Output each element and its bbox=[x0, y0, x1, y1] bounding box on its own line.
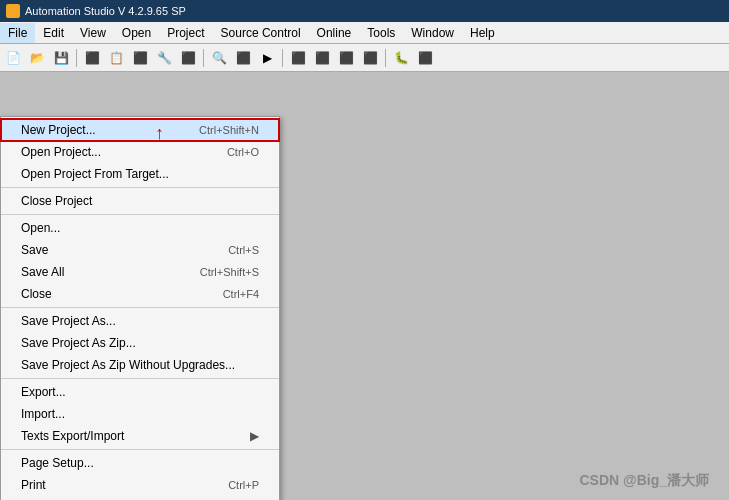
menu-item-save-shortcut: Ctrl+S bbox=[228, 244, 259, 256]
toolbar-btn-15[interactable]: ⬛ bbox=[414, 47, 436, 69]
menu-item-save[interactable]: Save Ctrl+S bbox=[1, 239, 279, 261]
menu-window[interactable]: Window bbox=[403, 23, 462, 43]
toolbar-btn-4[interactable]: ⬛ bbox=[129, 47, 151, 69]
red-arrow-indicator: ↑ bbox=[155, 123, 164, 144]
watermark: CSDN @Big_潘大师 bbox=[579, 472, 709, 490]
menu-item-open-project[interactable]: Open Project... Ctrl+O bbox=[1, 141, 279, 163]
menu-item-close[interactable]: Close Ctrl+F4 bbox=[1, 283, 279, 305]
toolbar-btn-8[interactable]: ⬛ bbox=[232, 47, 254, 69]
sep-3 bbox=[1, 307, 279, 308]
dropdown-menu: New Project... Ctrl+Shift+N Open Project… bbox=[0, 116, 280, 500]
menu-item-print-label: Print bbox=[21, 478, 208, 492]
menu-source-control[interactable]: Source Control bbox=[213, 23, 309, 43]
menu-open[interactable]: Open bbox=[114, 23, 159, 43]
toolbar: 📄 📂 💾 ⬛ 📋 ⬛ 🔧 ⬛ 🔍 ⬛ ▶ ⬛ ⬛ ⬛ ⬛ 🐛 ⬛ bbox=[0, 44, 729, 72]
toolbar-sep-4 bbox=[385, 49, 386, 67]
menu-item-open-from-target-label: Open Project From Target... bbox=[21, 167, 239, 181]
menu-item-save-project-as[interactable]: Save Project As... bbox=[1, 310, 279, 332]
toolbar-btn-10[interactable]: ⬛ bbox=[287, 47, 309, 69]
sep-2 bbox=[1, 214, 279, 215]
menu-item-import[interactable]: Import... bbox=[1, 403, 279, 425]
menu-item-open-project-label: Open Project... bbox=[21, 145, 207, 159]
menu-item-close-label: Close bbox=[21, 287, 203, 301]
toolbar-sep-3 bbox=[282, 49, 283, 67]
menu-item-save-project-as-zip[interactable]: Save Project As Zip... bbox=[1, 332, 279, 354]
menu-item-print-project[interactable]: Print Project... bbox=[1, 496, 279, 500]
menu-item-save-label: Save bbox=[21, 243, 208, 257]
toolbar-btn-11[interactable]: ⬛ bbox=[311, 47, 333, 69]
menu-item-print-shortcut: Ctrl+P bbox=[228, 479, 259, 491]
menu-item-save-all-shortcut: Ctrl+Shift+S bbox=[200, 266, 259, 278]
menu-item-texts-export-import-label: Texts Export/Import bbox=[21, 429, 242, 443]
file-menu-dropdown: New Project... Ctrl+Shift+N Open Project… bbox=[0, 116, 280, 500]
main-content: New Project... Ctrl+Shift+N Open Project… bbox=[0, 72, 729, 500]
toolbar-sep-1 bbox=[76, 49, 77, 67]
menu-project[interactable]: Project bbox=[159, 23, 212, 43]
menu-item-close-project[interactable]: Close Project bbox=[1, 190, 279, 212]
menu-item-print[interactable]: Print Ctrl+P bbox=[1, 474, 279, 496]
toolbar-btn-5[interactable]: 🔧 bbox=[153, 47, 175, 69]
toolbar-btn-13[interactable]: ⬛ bbox=[359, 47, 381, 69]
menu-item-open-label: Open... bbox=[21, 221, 259, 235]
sep-5 bbox=[1, 449, 279, 450]
sep-4 bbox=[1, 378, 279, 379]
menu-item-open-project-shortcut: Ctrl+O bbox=[227, 146, 259, 158]
toolbar-btn-12[interactable]: ⬛ bbox=[335, 47, 357, 69]
menu-item-save-all-label: Save All bbox=[21, 265, 180, 279]
menu-item-save-project-as-label: Save Project As... bbox=[21, 314, 259, 328]
toolbar-open[interactable]: 📂 bbox=[26, 47, 48, 69]
toolbar-save[interactable]: 💾 bbox=[50, 47, 72, 69]
sep-1 bbox=[1, 187, 279, 188]
app-title: Automation Studio V 4.2.9.65 SP bbox=[25, 5, 186, 17]
toolbar-btn-9[interactable]: ▶ bbox=[256, 47, 278, 69]
menu-online[interactable]: Online bbox=[309, 23, 360, 43]
menu-item-texts-export-import[interactable]: Texts Export/Import ▶ bbox=[1, 425, 279, 447]
toolbar-btn-14[interactable]: 🐛 bbox=[390, 47, 412, 69]
menu-item-new-project-shortcut: Ctrl+Shift+N bbox=[199, 124, 259, 136]
toolbar-btn-7[interactable]: 🔍 bbox=[208, 47, 230, 69]
title-bar: Automation Studio V 4.2.9.65 SP bbox=[0, 0, 729, 22]
menu-item-save-project-as-zip-no-upgrades[interactable]: Save Project As Zip Without Upgrades... bbox=[1, 354, 279, 376]
menu-item-save-project-as-zip-label: Save Project As Zip... bbox=[21, 336, 259, 350]
menu-item-close-project-label: Close Project bbox=[21, 194, 259, 208]
menu-edit[interactable]: Edit bbox=[35, 23, 72, 43]
menu-help[interactable]: Help bbox=[462, 23, 503, 43]
toolbar-new[interactable]: 📄 bbox=[2, 47, 24, 69]
menu-item-new-project[interactable]: New Project... Ctrl+Shift+N bbox=[1, 119, 279, 141]
menu-file[interactable]: File bbox=[0, 23, 35, 43]
menu-bar: File Edit View Open Project Source Contr… bbox=[0, 22, 729, 44]
menu-item-open-from-target[interactable]: Open Project From Target... bbox=[1, 163, 279, 185]
menu-view[interactable]: View bbox=[72, 23, 114, 43]
toolbar-sep-2 bbox=[203, 49, 204, 67]
menu-item-open[interactable]: Open... bbox=[1, 217, 279, 239]
app-icon bbox=[6, 4, 20, 18]
menu-item-export-label: Export... bbox=[21, 385, 259, 399]
menu-item-page-setup[interactable]: Page Setup... bbox=[1, 452, 279, 474]
menu-item-export[interactable]: Export... bbox=[1, 381, 279, 403]
toolbar-btn-6[interactable]: ⬛ bbox=[177, 47, 199, 69]
menu-item-save-all[interactable]: Save All Ctrl+Shift+S bbox=[1, 261, 279, 283]
menu-item-close-shortcut: Ctrl+F4 bbox=[223, 288, 259, 300]
menu-item-save-project-as-zip-no-upgrades-label: Save Project As Zip Without Upgrades... bbox=[21, 358, 259, 372]
menu-item-import-label: Import... bbox=[21, 407, 259, 421]
menu-tools[interactable]: Tools bbox=[359, 23, 403, 43]
menu-item-page-setup-label: Page Setup... bbox=[21, 456, 259, 470]
toolbar-btn-2[interactable]: ⬛ bbox=[81, 47, 103, 69]
toolbar-btn-3[interactable]: 📋 bbox=[105, 47, 127, 69]
texts-export-import-arrow: ▶ bbox=[250, 429, 259, 443]
